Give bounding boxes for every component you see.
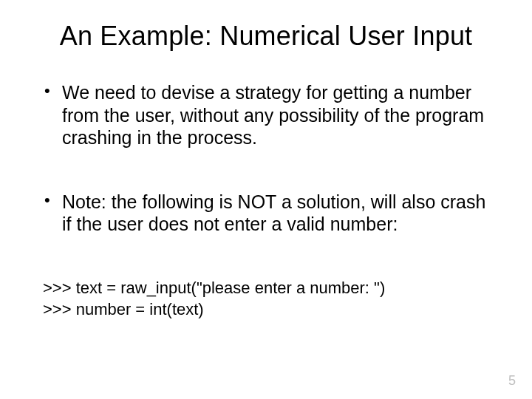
slide: An Example: Numerical User Input We need… [0, 0, 532, 399]
slide-title: An Example: Numerical User Input [37, 21, 495, 52]
bullet-item: We need to devise a strategy for getting… [43, 81, 495, 149]
code-line: >>> text = raw_input("please enter a num… [43, 277, 495, 299]
code-example: >>> text = raw_input("please enter a num… [37, 277, 495, 321]
bullet-item: Note: the following is NOT a solution, w… [43, 191, 495, 236]
code-line: >>> number = int(text) [43, 299, 495, 321]
bullet-list: We need to devise a strategy for getting… [37, 81, 495, 236]
page-number: 5 [508, 373, 516, 389]
